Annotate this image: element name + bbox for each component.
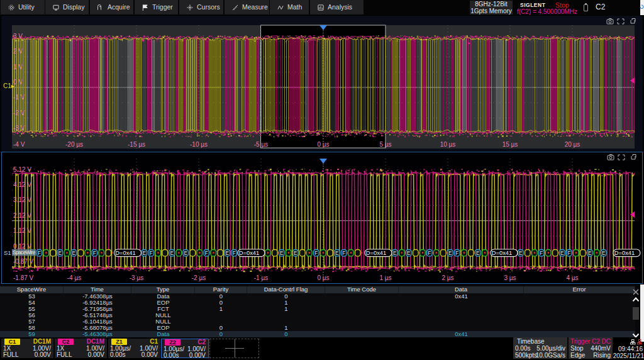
svg-text:0 V: 0 V (13, 79, 23, 86)
svg-text:0.12 V: 0.12 V (13, 243, 31, 250)
svg-text:10 µs: 10 µs (440, 141, 456, 148)
svg-text:-20 µs: -20 µs (65, 141, 83, 148)
svg-text:E: E (407, 250, 411, 256)
svg-text:F: F (233, 250, 236, 256)
svg-text:3 µs: 3 µs (504, 274, 516, 281)
svg-text:20 µs: 20 µs (565, 141, 580, 148)
svg-text:-10 µs: -10 µs (190, 141, 208, 148)
svg-text:E: E (335, 250, 339, 256)
svg-text:-0.87 V: -0.87 V (13, 258, 34, 265)
svg-text:-3 V: -3 V (13, 125, 25, 132)
svg-text:D=0x41: D=0x41 (239, 250, 259, 256)
svg-text:-5 µs: -5 µs (254, 141, 268, 148)
svg-text:3.12 V: 3.12 V (13, 196, 31, 203)
svg-text:E: E (393, 250, 397, 256)
svg-text:-4 V: -4 V (13, 141, 25, 148)
svg-text:-1.87 V: -1.87 V (13, 274, 34, 281)
svg-text:E: E (143, 250, 147, 256)
svg-text:D=0x41: D=0x41 (492, 250, 512, 256)
svg-text:E: E (294, 250, 297, 256)
svg-text:E: E (560, 250, 564, 256)
svg-text:1.12 V: 1.12 V (13, 227, 31, 234)
svg-text:0 µs: 0 µs (317, 274, 329, 281)
svg-text:2 µs: 2 µs (441, 274, 453, 281)
svg-text:F: F (38, 250, 41, 256)
svg-text:-15 µs: -15 µs (128, 141, 145, 148)
svg-text:E: E (58, 250, 62, 256)
svg-text:E: E (602, 250, 606, 256)
svg-text:-1 µs: -1 µs (254, 274, 268, 281)
svg-text:1 µs: 1 µs (379, 274, 391, 281)
svg-text:2.12 V: 2.12 V (13, 212, 31, 219)
svg-text:F: F (205, 250, 208, 256)
svg-text:D=0x41: D=0x41 (366, 250, 386, 256)
svg-text:-2 µs: -2 µs (192, 274, 206, 281)
svg-text:F: F (314, 250, 318, 256)
svg-text:E: E (226, 250, 230, 256)
svg-text:F: F (428, 250, 431, 256)
svg-text:E: E (280, 250, 284, 256)
svg-text:E: E (476, 250, 480, 256)
svg-text:SpaceWire: SpaceWire (13, 249, 35, 256)
svg-text:E: E (588, 250, 592, 256)
svg-text:-4 µs: -4 µs (67, 274, 81, 281)
svg-text:S1: S1 (4, 249, 11, 256)
svg-text:4.12 V: 4.12 V (13, 181, 31, 188)
svg-text:E: E (448, 250, 452, 256)
svg-text:-3 µs: -3 µs (130, 274, 143, 281)
svg-text:0 µs: 0 µs (317, 141, 329, 148)
svg-text:4 µs: 4 µs (566, 274, 578, 281)
svg-text:F: F (93, 250, 96, 256)
svg-text:F: F (567, 250, 570, 256)
svg-text:E: E (184, 250, 188, 256)
svg-text:5.12 V: 5.12 V (13, 166, 31, 173)
svg-text:1 V: 1 V (13, 64, 23, 70)
svg-text:F: F (342, 250, 345, 256)
svg-text:E: E (170, 250, 174, 256)
svg-text:F: F (150, 250, 153, 256)
svg-text:D=0x41: D=0x41 (115, 250, 135, 256)
svg-text:E: E (519, 250, 523, 256)
svg-text:-1 V: -1 V (13, 94, 25, 101)
svg-text:3 V: 3 V (13, 33, 23, 40)
svg-text:F: F (455, 250, 458, 256)
svg-text:5 µs: 5 µs (379, 141, 391, 148)
svg-text:-2 V: -2 V (13, 110, 25, 116)
svg-text:F: F (540, 250, 543, 256)
svg-text:2 V: 2 V (13, 48, 23, 55)
svg-text:15 µs: 15 µs (502, 141, 518, 148)
svg-text:E: E (72, 250, 76, 256)
svg-text:D=0x41: D=0x41 (614, 250, 635, 256)
